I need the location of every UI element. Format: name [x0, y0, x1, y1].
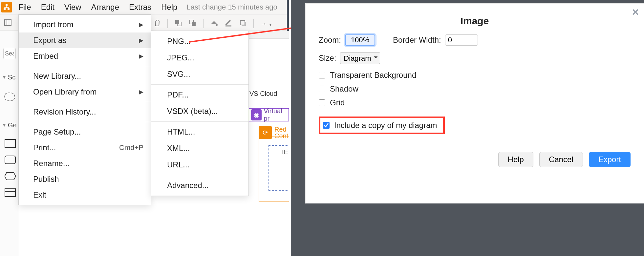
chevron-right-icon: ▶	[139, 37, 143, 44]
close-icon[interactable]: ✕	[632, 7, 639, 18]
grid-row[interactable]: Grid	[319, 98, 631, 107]
canvas-virtual-private[interactable]: ◉ Virtual pr	[249, 108, 289, 121]
menu-publish[interactable]: Publish	[19, 171, 151, 187]
menu-file[interactable]: File	[15, 1, 34, 13]
transparent-bg-row[interactable]: Transparent Background	[319, 71, 631, 80]
menu-item-label: Open Library from	[33, 87, 97, 96]
canvas[interactable]: VS Cloud ◉ Virtual pr ⟳ Red Cont IE	[249, 31, 289, 256]
shape-category-2[interactable]: ▼Ge	[2, 121, 17, 129]
toolbar-right-group: → ▼	[154, 16, 277, 31]
shape-hexagon-icon[interactable]	[5, 172, 16, 181]
menu-divider	[19, 102, 151, 102]
file-menu: Import from ▶ Export as ▶ Embed ▶ New Li…	[18, 14, 151, 205]
shapes-pane: ▼Sc ▼Ge	[0, 31, 18, 256]
svg-rect-1	[4, 8, 6, 10]
canvas-virtual-label: Virtual pr	[264, 107, 289, 122]
menu-arrange[interactable]: Arrange	[88, 1, 122, 13]
toolbar-sep	[253, 19, 254, 28]
trash-icon[interactable]	[154, 19, 161, 29]
dialog-title: Image	[319, 15, 631, 27]
submenu-label: URL...	[167, 160, 189, 169]
export-png[interactable]: PNG...	[151, 33, 248, 50]
export-advanced[interactable]: Advanced...	[151, 177, 248, 194]
menu-embed[interactable]: Embed ▶	[19, 48, 151, 64]
grid-checkbox[interactable]	[319, 99, 325, 106]
menu-divider	[151, 84, 248, 85]
shape-rect-icon[interactable]	[5, 139, 16, 148]
menu-item-label: New Library...	[33, 72, 81, 81]
menu-page-setup[interactable]: Page Setup...	[19, 124, 151, 140]
menu-item-label: Publish	[33, 175, 59, 184]
menu-open-library-from[interactable]: Open Library from ▶	[19, 84, 151, 100]
shadow-row[interactable]: Shadow	[319, 84, 631, 94]
include-copy-checkbox[interactable]	[323, 122, 330, 129]
export-jpeg[interactable]: JPEG...	[151, 50, 248, 66]
menu-exit[interactable]: Exit	[19, 187, 151, 203]
menu-import-from[interactable]: Import from ▶	[19, 17, 151, 32]
border-width-label: Border Width:	[393, 35, 441, 45]
shadow-icon[interactable]	[239, 19, 247, 29]
canvas-ie-label: IE	[282, 148, 288, 156]
menu-view[interactable]: View	[61, 1, 85, 13]
svg-point-10	[216, 24, 218, 26]
cancel-button[interactable]: Cancel	[539, 152, 583, 167]
svg-rect-2	[8, 8, 10, 10]
menu-divider	[19, 122, 151, 122]
export-url[interactable]: URL...	[151, 157, 248, 173]
menu-item-label: Export as	[33, 36, 66, 45]
submenu-label: VSDX (beta)...	[167, 107, 218, 116]
shape-table-icon[interactable]	[5, 188, 16, 197]
menu-rename[interactable]: Rename...	[19, 156, 151, 171]
submenu-label: XML...	[167, 144, 190, 153]
menu-help[interactable]: Help	[158, 1, 181, 13]
search-input[interactable]	[3, 48, 16, 59]
canvas-red-l1: Red	[274, 126, 288, 133]
shape-round-rect-icon[interactable]	[5, 156, 16, 164]
menu-extras[interactable]: Extras	[126, 1, 155, 13]
export-html[interactable]: HTML...	[151, 124, 248, 140]
menu-export-as[interactable]: Export as ▶	[19, 32, 151, 48]
export-xml[interactable]: XML...	[151, 140, 248, 157]
ruler	[249, 31, 289, 39]
size-select[interactable]: Diagram	[340, 52, 380, 64]
shadow-checkbox[interactable]	[319, 86, 325, 92]
export-button[interactable]: Export	[589, 152, 631, 167]
zoom-input[interactable]	[345, 34, 375, 46]
border-width-input[interactable]	[445, 34, 478, 46]
send-front-icon[interactable]	[174, 19, 182, 29]
menu-divider	[19, 66, 151, 66]
chevron-right-icon: ▶	[139, 88, 143, 96]
menu-revision-history[interactable]: Revision History...	[19, 104, 151, 120]
svg-rect-0	[6, 4, 8, 6]
include-copy-row[interactable]: Include a copy of my diagram	[319, 117, 445, 134]
chevron-right-icon: ▶	[139, 53, 143, 60]
shape-ellipse-icon[interactable]	[4, 93, 15, 101]
send-back-icon[interactable]	[189, 19, 197, 29]
menu-item-label: Revision History...	[33, 107, 96, 117]
dialog-backdrop: ✕ Image Zoom: Border Width: Size: Diagra…	[291, 0, 644, 256]
fill-icon[interactable]	[210, 19, 218, 29]
shape-category-1[interactable]: ▼Sc	[2, 74, 15, 81]
menu-new-library[interactable]: New Library...	[19, 68, 151, 84]
transparent-bg-checkbox[interactable]	[319, 72, 325, 78]
app-logo-icon	[1, 2, 12, 12]
menu-print[interactable]: Print... Cmd+P	[19, 140, 151, 156]
submenu-label: SVG...	[167, 70, 190, 79]
stroke-icon[interactable]	[225, 19, 232, 29]
help-button[interactable]: Help	[498, 152, 533, 167]
svg-marker-5	[5, 173, 16, 180]
submenu-label: Advanced...	[167, 181, 209, 190]
chevron-right-icon: ▶	[139, 21, 143, 28]
sidebar-toggle-icon[interactable]	[3, 18, 12, 27]
include-copy-label: Include a copy of my diagram	[334, 121, 437, 130]
toolbar-sep	[167, 19, 168, 28]
export-svg[interactable]: SVG...	[151, 66, 248, 82]
connection-style-icon[interactable]: → ▼	[260, 20, 277, 28]
export-vsdx[interactable]: VSDX (beta)...	[151, 103, 248, 119]
menu-edit[interactable]: Edit	[38, 1, 58, 13]
transparent-bg-label: Transparent Background	[330, 71, 416, 80]
export-pdf[interactable]: PDF...	[151, 87, 248, 103]
submenu-label: PDF...	[167, 90, 188, 99]
shield-icon: ◉	[251, 109, 262, 120]
size-label: Size:	[319, 53, 336, 63]
